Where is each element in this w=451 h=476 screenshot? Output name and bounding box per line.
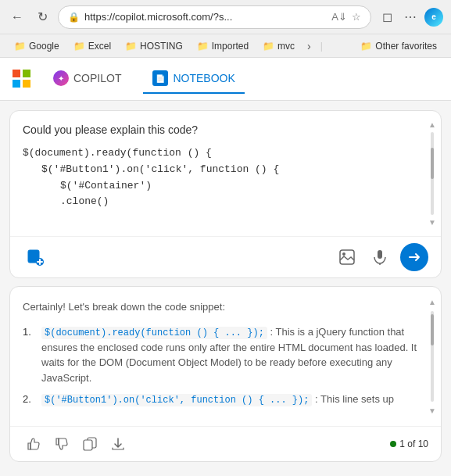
input-question: Could you please explain this code? [23,123,428,136]
bookmark-imported[interactable]: 📁 Imported [191,39,255,53]
scroll-right[interactable]: ▲ ▼ [430,120,435,227]
back-button[interactable]: ← [8,8,27,27]
bookmarks-bar: 📁 Google 📁 Excel 📁 HOSTING 📁 Imported 📁 … [0,34,451,58]
code-line-1: $(document).ready(function () { [23,145,428,162]
resp-scroll-down[interactable]: ▼ [428,405,436,417]
scroll-up-arrow[interactable]: ▲ [428,120,436,129]
separator: | [320,41,323,52]
mic-button[interactable] [367,245,392,270]
code-line-3: $('#Container') [23,178,428,195]
bookmark-mvc[interactable]: 📁 mvc [256,39,301,53]
bookmark-excel[interactable]: 📁 Excel [67,39,117,53]
scroll-down-arrow[interactable]: ▼ [428,218,436,227]
intro-text: Certainly! Let's break down the code sni… [23,301,225,313]
bookmark-label: HOSTING [140,41,183,52]
svg-rect-6 [378,250,382,259]
list-item-2: 2. $('#Button1').on('click', function ()… [23,392,428,407]
input-area[interactable]: Could you please explain this code? $(do… [10,111,441,236]
response-footer: 1 of 10 [10,426,441,461]
toolbar-right [335,243,428,271]
page-badge: 1 of 10 [390,438,428,449]
ms-green [23,70,30,77]
microsoft-logo [13,70,31,88]
badge-dot [390,441,396,447]
scroll-thumb [431,148,434,179]
add-content-button[interactable] [23,245,48,270]
thumbdown-button[interactable] [51,433,73,455]
input-card: Could you please explain this code? $(do… [9,110,442,278]
lock-icon: 🔒 [68,12,80,23]
copilot-icon: ✦ [53,70,69,86]
footer-actions [23,433,129,455]
edge-logo: e [424,8,443,27]
item-number-1: 1. [23,324,35,386]
response-card: Certainly! Let's break down the code sni… [9,286,442,462]
ms-yellow [23,80,30,88]
ms-red [13,70,20,77]
more-bookmarks-button[interactable]: › [302,38,316,54]
more-button[interactable]: ⋯ [401,8,420,27]
send-button[interactable] [400,243,428,271]
image-button[interactable] [335,245,360,270]
svg-point-5 [342,252,345,256]
item-content-1: $(document).ready(function () { ... }); … [41,324,428,386]
item-content-2: $('#Button1').on('click', function () { … [41,392,428,407]
other-favorites-label: Other favorites [375,41,437,52]
bookmark-label: mvc [277,41,295,52]
address-icons: A⇓ ☆ [331,11,361,23]
readmode-icon: A⇓ [331,11,347,23]
app-header: ✦ COPILOT 📄 NOTEBOOK [0,58,451,101]
code-line-4: .clone() [23,194,428,210]
notebook-icon: 📄 [152,70,168,86]
refresh-button[interactable]: ↻ [33,8,52,27]
browser-bar: ← ↻ 🔒 https://copilot.microsoft.com/?s..… [0,0,451,34]
main-content: Could you please explain this code? $(do… [0,101,451,471]
tab-icon[interactable]: ◻ [378,8,396,27]
scroll-track [431,132,434,215]
item-code-1: $(document).ready(function () { ... }); [41,327,267,339]
folder-icon: 📁 [263,41,274,52]
other-favorites[interactable]: 📁 Other favorites [354,39,443,53]
list-item-1: 1. $(document).ready(function () { ... }… [23,324,428,386]
resp-scroll-thumb [431,314,434,345]
tab-notebook[interactable]: 📄 NOTEBOOK [143,64,244,94]
badge-text: 1 of 10 [399,438,428,449]
folder-icon: 📁 [197,41,209,52]
input-toolbar [10,236,441,277]
bookmark-label: Google [29,41,59,52]
svg-rect-4 [340,250,354,264]
resp-scroll-up[interactable]: ▲ [428,296,436,308]
browser-actions: ◻ ⋯ e [378,8,443,27]
copilot-tab-label: COPILOT [73,72,121,84]
toolbar-left [23,245,48,270]
folder-icon: 📁 [125,41,137,52]
folder-icon: 📁 [360,41,372,52]
item-desc-2: : This line sets up [315,393,394,405]
download-button[interactable] [107,433,129,455]
bookmark-google[interactable]: 📁 Google [8,39,66,53]
bookmark-label: Imported [212,41,249,52]
bookmark-label: Excel [88,41,111,52]
response-list: 1. $(document).ready(function () { ... }… [23,324,428,408]
svg-rect-9 [84,440,92,450]
folder-icon: 📁 [73,41,85,52]
item-number-2: 2. [23,392,35,407]
url-text: https://copilot.microsoft.com/?s... [84,11,327,23]
code-line-2: $('#Button1').on('click', function () { [23,162,428,178]
response-intro: Certainly! Let's break down the code sni… [23,299,428,315]
copy-button[interactable] [79,433,101,455]
bookmark-hosting[interactable]: 📁 HOSTING [119,39,189,53]
notebook-tab-label: NOTEBOOK [173,72,234,84]
code-display: $(document).ready(function () { $('#Butt… [23,145,428,210]
tab-copilot[interactable]: ✦ COPILOT [44,64,131,94]
star-icon: ☆ [352,11,361,23]
thumbup-button[interactable] [23,433,45,455]
ms-blue [13,80,20,88]
item-code-2: $('#Button1').on('click', function () { … [41,394,312,406]
resp-scroll-track [431,311,434,402]
folder-icon: 📁 [14,41,26,52]
response-scroll[interactable]: ▲ ▼ [430,296,435,417]
response-content: Certainly! Let's break down the code sni… [10,287,441,426]
address-bar[interactable]: 🔒 https://copilot.microsoft.com/?s... A⇓… [58,5,371,29]
